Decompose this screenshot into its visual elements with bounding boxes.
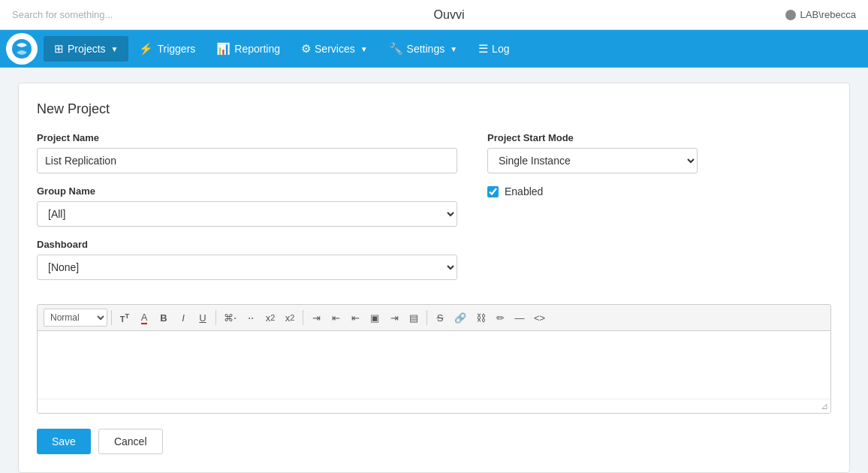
project-name-label: Project Name bbox=[37, 132, 457, 143]
cancel-button[interactable]: Cancel bbox=[98, 429, 163, 454]
editor-resize-handle: ⊿ bbox=[38, 399, 830, 413]
app-title: Ouvvi bbox=[434, 8, 465, 22]
nav-item-triggers[interactable]: ⚡ Triggers bbox=[128, 36, 206, 62]
bold-button[interactable]: B bbox=[155, 309, 173, 327]
resize-icon: ⊿ bbox=[821, 401, 828, 411]
hr-button[interactable]: — bbox=[511, 309, 529, 327]
user-display: LAB\rebecca bbox=[785, 9, 856, 20]
text-style-select[interactable]: Normal Heading 1 Heading 2 bbox=[44, 309, 107, 327]
unordered-list-button[interactable]: ⋅⋅ bbox=[242, 309, 260, 327]
rich-text-editor: Normal Heading 1 Heading 2 TT A B I U ⌘⋅… bbox=[37, 304, 831, 414]
projects-icon: ⊞ bbox=[54, 42, 64, 56]
nav-item-services[interactable]: ⚙ Services ▼ bbox=[291, 36, 378, 62]
triggers-icon: ⚡ bbox=[139, 42, 153, 56]
source-button[interactable]: <> bbox=[530, 309, 549, 327]
start-mode-group: Project Start Mode Single Instance Multi… bbox=[487, 132, 698, 173]
eraser-button[interactable]: ✏ bbox=[491, 309, 509, 327]
dashboard-label: Dashboard bbox=[37, 239, 457, 250]
enabled-row: Enabled bbox=[487, 185, 698, 197]
editor-toolbar: Normal Heading 1 Heading 2 TT A B I U ⌘⋅… bbox=[38, 305, 830, 331]
underline-button[interactable]: U bbox=[194, 309, 212, 327]
form-actions: Save Cancel bbox=[37, 429, 831, 454]
page-title: New Project bbox=[37, 101, 831, 117]
superscript-button[interactable]: x2 bbox=[281, 309, 299, 327]
toolbar-divider-1 bbox=[111, 310, 112, 325]
services-arrow: ▼ bbox=[360, 45, 368, 53]
dashboard-select[interactable]: [None] Dashboard 1 Dashboard 2 bbox=[37, 255, 457, 280]
group-name-group: Group Name [All] Group 1 Group 2 bbox=[37, 185, 457, 227]
indent-left-button[interactable]: ⇤ bbox=[327, 309, 345, 327]
italic-button[interactable]: I bbox=[174, 309, 192, 327]
strikethrough-button[interactable]: S bbox=[431, 309, 449, 327]
new-project-card: New Project Project Name Group Name [All… bbox=[18, 83, 850, 473]
start-mode-select[interactable]: Single Instance Multiple Instances bbox=[487, 148, 698, 173]
toolbar-divider-3 bbox=[303, 310, 303, 325]
settings-arrow: ▼ bbox=[450, 45, 457, 53]
project-name-input[interactable] bbox=[37, 148, 457, 173]
nav-item-projects[interactable]: ⊞ Projects ▼ bbox=[44, 36, 128, 62]
ordered-list-button[interactable]: ⌘⋅ bbox=[220, 309, 240, 327]
nav-bar: ⊞ Projects ▼ ⚡ Triggers 📊 Reporting ⚙ Se… bbox=[0, 30, 868, 68]
link-button[interactable]: 🔗 bbox=[451, 309, 470, 327]
reporting-icon: 📊 bbox=[216, 42, 231, 56]
align-left-button[interactable]: ⇤ bbox=[346, 309, 364, 327]
form-right-col: Project Start Mode Single Instance Multi… bbox=[487, 132, 698, 292]
log-icon: ☰ bbox=[478, 42, 488, 56]
svg-point-0 bbox=[12, 39, 32, 59]
indent-right-button[interactable]: ⇥ bbox=[307, 309, 325, 327]
projects-arrow: ▼ bbox=[111, 45, 119, 53]
dashboard-group: Dashboard [None] Dashboard 1 Dashboard 2 bbox=[37, 239, 457, 280]
align-right-button[interactable]: ⇥ bbox=[385, 309, 403, 327]
editor-body[interactable] bbox=[38, 331, 830, 399]
unlink-button[interactable]: ⛓ bbox=[472, 309, 490, 327]
search-input-placeholder[interactable]: Search for something... bbox=[12, 9, 113, 20]
group-name-label: Group Name bbox=[37, 185, 457, 197]
user-icon bbox=[785, 10, 796, 20]
toolbar-divider-2 bbox=[215, 310, 216, 325]
form-left-col: Project Name Group Name [All] Group 1 Gr… bbox=[37, 132, 457, 292]
subscript-button[interactable]: x2 bbox=[261, 309, 279, 327]
save-button[interactable]: Save bbox=[37, 429, 91, 454]
project-name-group: Project Name bbox=[37, 132, 457, 173]
nav-item-reporting[interactable]: 📊 Reporting bbox=[206, 36, 291, 62]
justify-button[interactable]: ▤ bbox=[405, 309, 423, 327]
font-size-button[interactable]: TT bbox=[116, 309, 134, 327]
top-bar: Search for something... Ouvvi LAB\rebecc… bbox=[0, 0, 868, 30]
main-content: New Project Project Name Group Name [All… bbox=[0, 68, 868, 473]
nav-item-settings[interactable]: 🔧 Settings ▼ bbox=[378, 36, 469, 62]
align-center-button[interactable]: ▣ bbox=[366, 309, 384, 327]
enabled-label: Enabled bbox=[505, 185, 543, 197]
enabled-checkbox[interactable] bbox=[487, 186, 499, 197]
font-color-button[interactable]: A bbox=[135, 309, 153, 327]
form-top-row: Project Name Group Name [All] Group 1 Gr… bbox=[37, 132, 831, 292]
toolbar-divider-4 bbox=[426, 310, 427, 325]
services-icon: ⚙ bbox=[301, 42, 311, 56]
app-logo[interactable] bbox=[6, 33, 38, 65]
start-mode-label: Project Start Mode bbox=[487, 132, 698, 143]
nav-item-log[interactable]: ☰ Log bbox=[468, 36, 520, 62]
group-name-select[interactable]: [All] Group 1 Group 2 bbox=[37, 201, 457, 227]
settings-icon: 🔧 bbox=[389, 42, 403, 56]
